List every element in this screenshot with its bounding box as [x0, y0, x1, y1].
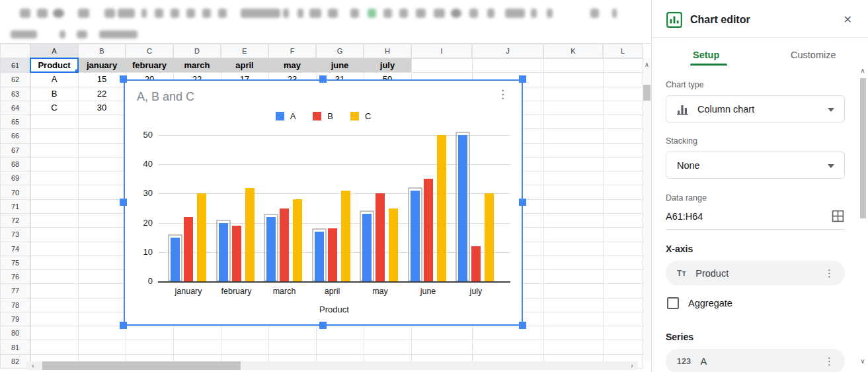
- bar-c-april: [341, 191, 350, 281]
- row-header-77[interactable]: 77: [0, 283, 30, 298]
- column-header-L[interactable]: L: [603, 44, 643, 58]
- fill-handle[interactable]: [75, 69, 79, 73]
- series-item-a[interactable]: 123 A ⋮: [666, 349, 845, 372]
- row-header-62[interactable]: 62: [0, 72, 30, 87]
- row-header-64[interactable]: 64: [0, 101, 30, 115]
- chart-resize-handle[interactable]: [319, 322, 327, 329]
- scroll-right-icon[interactable]: ›: [628, 363, 636, 369]
- cell-header[interactable]: march: [173, 58, 221, 72]
- tab-setup[interactable]: Setup: [693, 50, 719, 60]
- x-tick-label: july: [450, 287, 502, 296]
- panel-scrollbar-thumb[interactable]: [860, 78, 866, 218]
- column-header-E[interactable]: E: [221, 44, 268, 58]
- row-header-73[interactable]: 73: [0, 227, 30, 242]
- sheet-hscroll-thumb[interactable]: [42, 361, 241, 370]
- row-header-76[interactable]: 76: [0, 269, 30, 284]
- cell[interactable]: B: [30, 87, 78, 101]
- x-axis-field[interactable]: Tт Product ⋮: [666, 261, 845, 285]
- cell[interactable]: C: [30, 101, 78, 115]
- cell-header[interactable]: july: [364, 58, 411, 72]
- bar-a-july: [458, 135, 467, 281]
- x-axis-menu-icon[interactable]: ⋮: [824, 267, 834, 279]
- row-header-66[interactable]: 66: [0, 128, 30, 143]
- active-cell-a61[interactable]: Product: [30, 58, 79, 73]
- sheet-vscroll-thumb[interactable]: [643, 85, 651, 101]
- column-header-B[interactable]: B: [78, 44, 126, 58]
- sheet-vertical-scrollbar[interactable]: [643, 58, 651, 361]
- row-header-81[interactable]: 81: [0, 340, 30, 354]
- chart-resize-handle[interactable]: [519, 75, 526, 83]
- chart-type-select[interactable]: Column chart: [666, 95, 845, 122]
- cell[interactable]: 22: [78, 87, 126, 101]
- row-header-71[interactable]: 71: [0, 199, 30, 214]
- scroll-left-icon[interactable]: ‹: [29, 363, 37, 369]
- column-header-C[interactable]: C: [126, 44, 173, 58]
- select-data-range-icon[interactable]: [832, 210, 844, 222]
- cell[interactable]: 15: [78, 72, 126, 86]
- x-axis-section-header: X-axis: [666, 244, 693, 254]
- column-header-D[interactable]: D: [173, 44, 221, 58]
- chart-resize-handle[interactable]: [519, 199, 526, 206]
- series-value: A: [701, 356, 707, 367]
- bar-b-january: [184, 217, 193, 281]
- select-all-corner[interactable]: [0, 44, 30, 58]
- chart-resize-handle[interactable]: [519, 322, 526, 329]
- cell[interactable]: 30: [78, 101, 126, 115]
- y-tick-label: 20: [126, 218, 153, 228]
- row-header-78[interactable]: 78: [0, 298, 30, 312]
- column-header-F[interactable]: F: [268, 44, 316, 58]
- row-header-63[interactable]: 63: [0, 87, 30, 101]
- row-header-74[interactable]: 74: [0, 242, 30, 256]
- y-gridline: [158, 281, 510, 283]
- series-menu-icon[interactable]: ⋮: [824, 355, 834, 367]
- data-range-value[interactable]: A61:H64: [666, 211, 703, 222]
- stacking-value: None: [677, 160, 700, 171]
- x-tick-label: january: [162, 287, 215, 296]
- column-header-A[interactable]: A: [30, 44, 78, 58]
- row-header-68[interactable]: 68: [0, 157, 30, 171]
- bar-c-january: [197, 193, 206, 281]
- legend-item: A: [276, 111, 296, 121]
- bar-c-march: [293, 199, 302, 281]
- row-header-72[interactable]: 72: [0, 213, 30, 228]
- bar-b-february: [232, 226, 241, 281]
- y-tick-label: 30: [126, 188, 153, 198]
- row-header-70[interactable]: 70: [0, 185, 30, 199]
- chart-options-menu-icon[interactable]: ⋮: [497, 87, 508, 101]
- cell-header[interactable]: june: [316, 58, 364, 72]
- chart-resize-handle[interactable]: [120, 75, 127, 83]
- column-header-J[interactable]: J: [472, 44, 543, 58]
- row-header-65[interactable]: 65: [0, 115, 30, 129]
- column-header-I[interactable]: I: [411, 44, 472, 58]
- aggregate-checkbox[interactable]: [667, 297, 679, 309]
- cell[interactable]: A: [30, 72, 78, 86]
- column-header-K[interactable]: K: [543, 44, 603, 58]
- x-tick-label: april: [306, 287, 359, 296]
- chart-resize-handle[interactable]: [120, 322, 127, 329]
- cell-header[interactable]: february: [126, 58, 173, 72]
- cell-header[interactable]: january: [78, 58, 126, 72]
- tab-customize[interactable]: Customize: [791, 50, 836, 60]
- bar-c-july: [485, 193, 494, 281]
- row-header-67[interactable]: 67: [0, 143, 30, 158]
- embedded-chart[interactable]: A, B and C ⋮ ABC 01020304050januaryfebru…: [124, 79, 523, 326]
- legend-swatch: [276, 112, 284, 120]
- chart-resize-handle[interactable]: [120, 199, 127, 206]
- cell-header[interactable]: april: [221, 58, 268, 72]
- stacking-select[interactable]: None: [666, 152, 845, 179]
- cell-header[interactable]: may: [268, 58, 316, 72]
- panel-scroll-up-icon[interactable]: ∧: [859, 68, 866, 74]
- x-axis-value: Product: [695, 268, 729, 279]
- row-header-79[interactable]: 79: [0, 312, 30, 326]
- legend-label: B: [327, 111, 333, 121]
- chart-resize-handle[interactable]: [319, 75, 327, 83]
- row-header-61[interactable]: 61: [0, 58, 30, 73]
- close-icon[interactable]: ✕: [844, 13, 852, 26]
- row-header-75[interactable]: 75: [0, 256, 30, 270]
- column-header-G[interactable]: G: [316, 44, 364, 58]
- column-header-H[interactable]: H: [364, 44, 411, 58]
- panel-scroll-down-icon[interactable]: ∨: [859, 358, 866, 365]
- row-header-69[interactable]: 69: [0, 171, 30, 185]
- row-header-80[interactable]: 80: [0, 326, 30, 340]
- scroll-up-icon[interactable]: ∧: [643, 62, 651, 68]
